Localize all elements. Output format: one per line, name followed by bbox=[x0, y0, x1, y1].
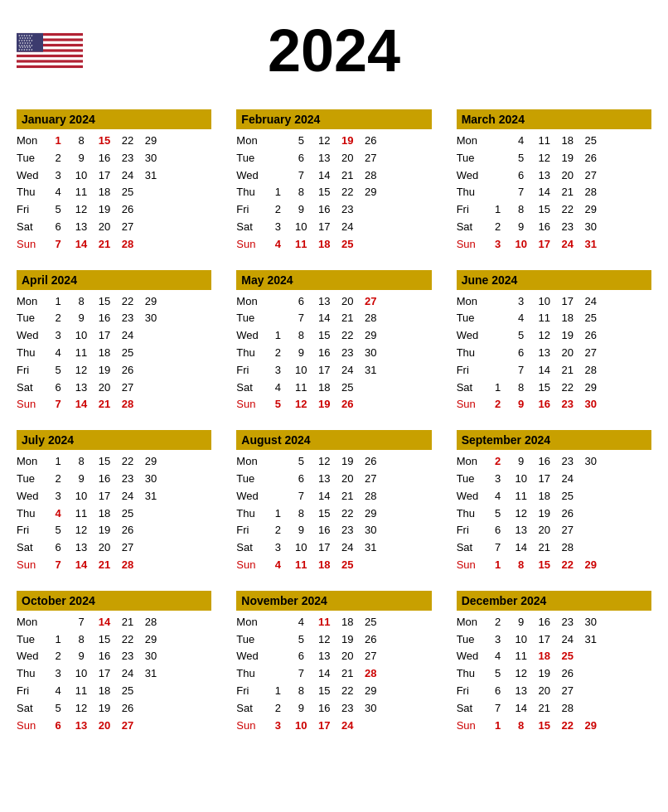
calendar-day: 16 bbox=[93, 150, 116, 167]
calendar-day: 22 bbox=[556, 557, 579, 574]
calendar-row: Fri29162330 bbox=[236, 522, 431, 539]
calendar-row: Sun41118250 bbox=[236, 236, 431, 254]
calendar-day: 8 bbox=[70, 453, 93, 471]
calendar-day: 18 bbox=[93, 345, 116, 362]
calendar-day: 19 bbox=[93, 522, 116, 539]
calendar-day: 4 bbox=[266, 236, 289, 254]
calendar-day: 28 bbox=[116, 557, 139, 574]
calendar-day: 26 bbox=[359, 133, 382, 150]
calendar-day: 6 bbox=[46, 219, 70, 236]
calendar-day: 9 bbox=[289, 700, 312, 718]
month-block: March 2024Mon04111825Tue05121926Wed06132… bbox=[457, 109, 651, 254]
calendar-day: 2 bbox=[486, 453, 510, 471]
calendar-day: 23 bbox=[336, 345, 359, 362]
calendar-row: Tue04111825 bbox=[457, 310, 651, 327]
calendar-day: 5 bbox=[46, 362, 70, 379]
calendar-day: 0 bbox=[266, 631, 289, 649]
calendar-day: 24 bbox=[116, 167, 139, 185]
calendar-row: Sat31017240 bbox=[236, 219, 431, 236]
calendar-day: 29 bbox=[359, 505, 382, 523]
calendar-day: 0 bbox=[266, 293, 289, 311]
calendar-day: 0 bbox=[266, 150, 289, 167]
calendar-row: Tue29162330 bbox=[17, 471, 211, 488]
calendar-day: 4 bbox=[486, 648, 510, 665]
calendar-day: 15 bbox=[533, 201, 556, 219]
calendar-day: 26 bbox=[116, 700, 139, 718]
calendar-day: 20 bbox=[93, 539, 116, 557]
calendar-row: Sat29162330 bbox=[236, 700, 431, 718]
day-of-week-label: Mon bbox=[17, 293, 46, 311]
calendar-day: 21 bbox=[93, 557, 116, 574]
calendar-day: 18 bbox=[93, 184, 116, 201]
day-of-week-label: Fri bbox=[17, 362, 46, 379]
calendar-day: 27 bbox=[116, 539, 139, 557]
calendar-day: 6 bbox=[486, 522, 510, 539]
day-of-week-label: Wed bbox=[17, 648, 46, 665]
calendar-row: Wed41118250 bbox=[457, 488, 651, 505]
calendar-day: 14 bbox=[70, 236, 93, 254]
calendar-day: 2 bbox=[266, 345, 289, 362]
calendar-day: 10 bbox=[70, 167, 93, 185]
calendar-day: 0 bbox=[486, 150, 510, 167]
calendar-day: 12 bbox=[70, 201, 93, 219]
calendar-day: 28 bbox=[359, 488, 382, 505]
day-of-week-label: Fri bbox=[457, 362, 486, 379]
day-of-week-label: Wed bbox=[457, 327, 486, 345]
calendar-day: 17 bbox=[93, 665, 116, 683]
calendar-day: 12 bbox=[70, 700, 93, 718]
day-of-week-label: Thu bbox=[17, 184, 46, 201]
calendar-day: 15 bbox=[93, 453, 116, 471]
calendar-day: 8 bbox=[70, 133, 93, 150]
calendar-day: 19 bbox=[336, 453, 359, 471]
calendar-day: 15 bbox=[312, 505, 336, 523]
day-of-week-label: Sat bbox=[17, 539, 46, 557]
calendar-day: 25 bbox=[116, 505, 139, 523]
day-of-week-label: Fri bbox=[17, 522, 46, 539]
day-of-week-label: Sat bbox=[236, 539, 266, 557]
calendar-day: 1 bbox=[46, 453, 70, 471]
month-block: February 2024Mon05121926Tue06132027Wed07… bbox=[236, 109, 431, 254]
calendar-row: Thu41118250 bbox=[17, 184, 211, 201]
calendar-day: 17 bbox=[93, 488, 116, 505]
calendar-day: 22 bbox=[336, 505, 359, 523]
calendar-day: 17 bbox=[533, 236, 556, 254]
calendar-day: 0 bbox=[359, 718, 382, 735]
calendar-day: 6 bbox=[46, 379, 70, 397]
calendar-day: 4 bbox=[289, 614, 312, 631]
calendar-day: 1 bbox=[486, 718, 510, 735]
day-of-week-label: Fri bbox=[17, 201, 46, 219]
calendar-day: 28 bbox=[359, 665, 382, 683]
month-block: October 2024Mon07142128Tue18152229Wed291… bbox=[17, 591, 211, 735]
calendar-day: 11 bbox=[510, 488, 533, 505]
calendar-row: Sun71421280 bbox=[17, 396, 211, 413]
calendar-day: 9 bbox=[70, 310, 93, 327]
calendar-day: 7 bbox=[289, 167, 312, 185]
calendar-row: Mon04111825 bbox=[457, 133, 651, 150]
calendar-row: Sun31017240 bbox=[236, 718, 431, 735]
day-of-week-label: Fri bbox=[236, 201, 266, 219]
calendar-day: 7 bbox=[510, 184, 533, 201]
calendar-row: Tue05121926 bbox=[236, 631, 431, 649]
us-flag: ★★★★★★ ★★★★★ ★★★★★★ ★★★★★ ★★★★★★ ★★★★★ ★… bbox=[17, 30, 83, 71]
calendar-day: 17 bbox=[533, 471, 556, 488]
svg-rect-5 bbox=[17, 57, 83, 60]
calendar-day: 13 bbox=[510, 522, 533, 539]
calendar-day: 25 bbox=[116, 683, 139, 700]
calendar-row: Thu41118250 bbox=[17, 505, 211, 523]
day-of-week-label: Thu bbox=[236, 184, 266, 201]
calendar-day: 18 bbox=[336, 614, 359, 631]
calendar-day: 0 bbox=[139, 505, 162, 523]
calendar-day: 14 bbox=[312, 488, 336, 505]
calendar-row: Wed41118250 bbox=[457, 648, 651, 665]
calendar-day: 20 bbox=[556, 345, 579, 362]
day-of-week-label: Mon bbox=[17, 133, 46, 150]
calendar-row: Sat61320270 bbox=[17, 379, 211, 397]
calendar-day: 30 bbox=[139, 310, 162, 327]
calendar-day: 20 bbox=[533, 683, 556, 700]
calendar-day: 29 bbox=[359, 184, 382, 201]
calendar-day: 6 bbox=[289, 150, 312, 167]
day-of-week-label: Mon bbox=[457, 614, 486, 631]
calendar-day: 9 bbox=[289, 201, 312, 219]
day-of-week-label: Fri bbox=[457, 201, 486, 219]
calendar-day: 7 bbox=[510, 362, 533, 379]
